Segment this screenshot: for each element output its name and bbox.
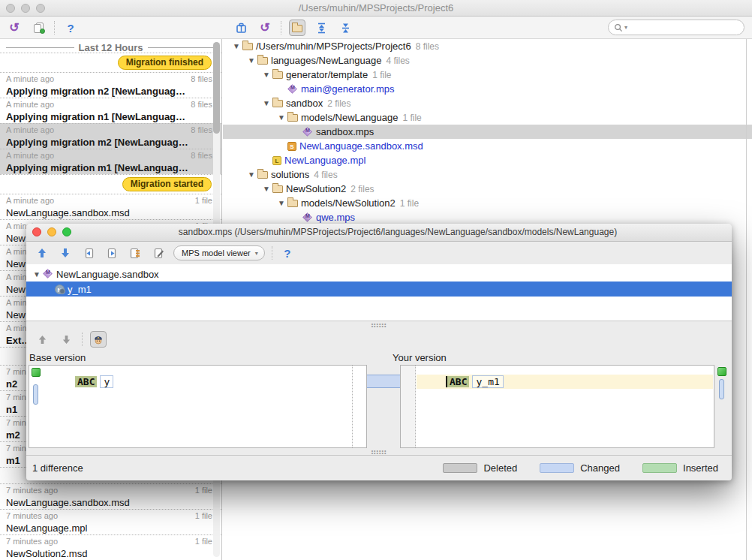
entry-title: NewLanguage.sandbox.msd [6,497,212,508]
msd-file-icon: S [287,142,296,151]
tree-label: sandbox.mps [316,126,374,137]
compare-icon [236,23,247,34]
property-token: ABC [447,376,469,387]
tree-row[interactable]: ▼ models/NewLanguage 1 file [223,110,752,125]
tree-label: solutions [271,169,309,180]
tree-count: 4 files [314,170,337,180]
value-cell[interactable]: y [100,375,113,388]
expand-all-button[interactable] [313,20,329,36]
folder-icon [257,171,268,179]
tree-row-selected[interactable]: N y_m1 [26,282,732,297]
dialog-toolbar: MPS model viewer ▾ ? [26,242,732,264]
chevron-down-icon[interactable]: ▾ [624,24,627,31]
folder-icon [257,57,268,65]
editor-row[interactable]: ABC y_m1 [417,375,713,389]
diff-status-bar: 1 difference Deleted Changed Inserted [26,455,732,480]
minimize-button[interactable] [47,227,56,236]
tree-row[interactable]: ▼ M main@generator.mps [223,82,752,96]
node-icon: N [55,285,65,294]
tree-label: models/NewSolution2 [301,197,396,209]
deleted-swatch [443,463,477,473]
value-cell[interactable]: y_m1 [472,375,503,388]
dialog-title: sandbox.mps (/Users/muhin/MPSProjects/Pr… [79,227,717,237]
entry-count: 1 file [195,511,212,522]
close-button[interactable] [32,227,41,236]
help-button[interactable]: ? [62,20,79,36]
scrollbar-thumb[interactable] [213,42,220,134]
list-item-selected[interactable]: A minute ago8 files Applying migration m… [0,149,221,174]
changed-marker[interactable] [33,384,38,405]
list-item[interactable]: A minute ago8 files Applying migration n… [0,98,221,123]
accept-right-button[interactable] [104,245,120,261]
tree-row[interactable]: ▼ M qwe.mps [223,210,752,224]
viewer-selector[interactable]: MPS model viewer ▾ [173,245,265,260]
list-item[interactable]: 7 minutes ago1 file NewLanguage.mpl [0,509,221,534]
entry-count: 1 file [195,486,212,496]
chevron-down-icon[interactable]: ▼ [260,185,272,193]
tree-row[interactable]: ▼ /Users/muhin/MPSProjects/Project6 8 fi… [223,39,752,53]
auto-merge-button[interactable] [90,331,107,348]
chevron-down-icon[interactable]: ▼ [230,42,242,50]
list-item[interactable]: 7 minutes ago1 file NewSolution2.msd [0,534,221,560]
list-item-selected[interactable]: A minute ago8 files Applying migration m… [0,123,221,149]
prev-difference-button[interactable] [34,245,50,261]
tree-row[interactable]: ▼ S NewLanguage.sandbox.msd [223,139,752,153]
revert-button[interactable]: ↺ [6,20,23,36]
edit-source-button[interactable] [150,245,167,261]
tree-row[interactable]: ▼ L NewLanguage.mpl [223,153,752,167]
chevron-down-icon[interactable]: ▼ [245,56,257,65]
your-version-pane[interactable]: ABC y_m1 [400,365,714,448]
chevron-down-icon[interactable]: ▼ [31,270,43,278]
next-change-button[interactable] [58,331,74,348]
changed-marker[interactable] [719,379,724,399]
tree-count: 4 files [386,56,409,66]
tree-count: 1 file [400,198,419,209]
chevron-down-icon[interactable]: ▼ [275,113,287,122]
history-label-row[interactable]: Migration finished [0,53,221,72]
chevron-down-icon[interactable]: ▼ [260,99,272,107]
search-input[interactable]: ▾ [608,20,744,35]
tree-row[interactable]: ▼ sandbox 2 files [223,96,752,110]
collapse-all-button[interactable] [337,20,353,36]
history-label-row[interactable]: Migration started [0,174,221,194]
entry-time: A minute ago [6,151,54,161]
create-patch-button[interactable] [30,20,47,36]
app-window: /Users/muhin/MPSProjects/Project6 ↺ ? ↺ [0,0,752,560]
revert-selected-button[interactable]: ↺ [257,20,273,36]
next-difference-button[interactable] [57,245,74,261]
folder-icon [272,71,283,79]
revert-icon: ↺ [9,22,19,34]
tree-row[interactable]: ▼ generator/template 1 file [223,68,752,82]
tree-row[interactable]: ▼ languages/NewLanguage 4 files [223,53,752,68]
apply-all-button[interactable] [127,245,143,261]
tree-row[interactable]: ▼ solutions 4 files [223,167,752,182]
tree-row[interactable]: ▼ models/NewSolution2 1 file [223,196,752,210]
prev-change-button[interactable] [34,331,50,348]
model-diff-tree: ▼ M NewLanguage.sandbox N y_m1 [26,264,732,321]
group-by-directory-button[interactable] [289,20,305,36]
inserted-swatch [642,463,677,473]
chevron-down-icon[interactable]: ▼ [260,71,272,79]
editor-row[interactable]: ABC y [44,375,351,389]
chevron-down-icon[interactable]: ▼ [245,170,257,179]
tree-label: generator/template [286,69,368,80]
splitter-handle[interactable]: •••••••••••• [26,321,732,328]
accept-left-button[interactable] [80,245,97,261]
base-version-pane[interactable]: ABC y [29,365,367,448]
compare-button[interactable] [233,20,249,36]
zoom-button[interactable] [62,227,71,236]
list-item[interactable]: 7 minutes ago1 file NewLanguage.sandbox.… [0,483,221,509]
splitter-handle[interactable]: •••••••••••• [26,448,732,455]
inserted-marker[interactable] [32,368,41,377]
changed-connector[interactable] [367,375,400,388]
help-button[interactable]: ? [279,245,296,261]
inserted-marker[interactable] [717,367,726,376]
list-item[interactable]: A minute ago1 file NewLanguage.sandbox.m… [0,194,221,219]
tree-label: NewLanguage.mpl [284,155,365,166]
tree-row[interactable]: ▼ NewSolution2 2 files [223,182,752,196]
list-item[interactable]: A minute ago8 files Applying migration n… [0,72,221,98]
chevron-down-icon[interactable]: ▼ [275,199,287,207]
tree-row[interactable]: ▼ M NewLanguage.sandbox [26,266,732,282]
tree-row-selected[interactable]: ▼ M sandbox.mps [223,125,752,139]
changed-label: Changed [580,462,620,474]
